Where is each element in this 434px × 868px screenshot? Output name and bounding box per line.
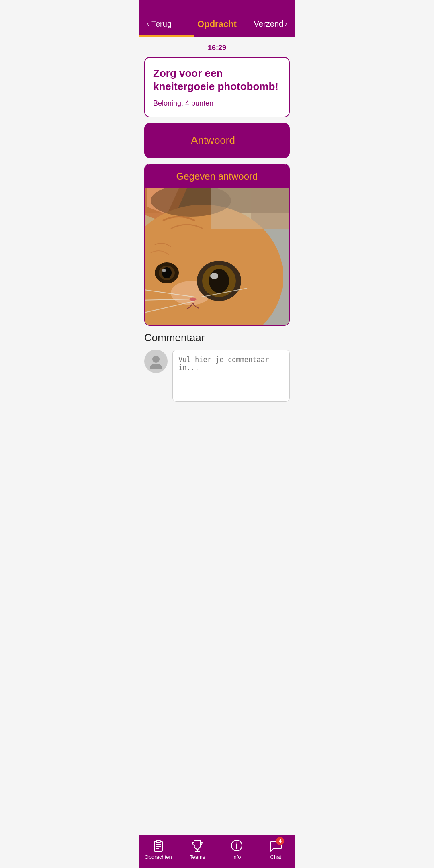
nav-item-chat[interactable]: 4 Chat — [256, 839, 296, 860]
send-button[interactable]: Verzend › — [254, 19, 287, 29]
comment-label: Commentaar — [144, 332, 290, 344]
back-button[interactable]: ‹ Terug — [147, 19, 172, 29]
svg-rect-28 — [156, 840, 160, 843]
given-answer-section: Gegeven antwoord — [144, 164, 290, 326]
answer-button-label: Antwoord — [191, 134, 235, 147]
svg-rect-24 — [211, 188, 289, 229]
svg-point-25 — [152, 356, 160, 363]
svg-point-26 — [150, 364, 162, 369]
svg-point-36 — [236, 843, 237, 844]
main-content: 16:29 Zorg voor een kneitergoeie photobo… — [139, 37, 295, 868]
given-answer-header: Gegeven antwoord — [145, 164, 289, 188]
svg-point-17 — [162, 269, 166, 272]
task-reward: Beloning: 4 punten — [153, 99, 281, 108]
task-card: Zorg voor een kneitergoeie photobomb! Be… — [144, 57, 290, 117]
answer-button[interactable]: Antwoord — [144, 123, 290, 158]
back-label: Terug — [151, 19, 172, 29]
nav-label-chat: Chat — [270, 854, 281, 860]
page-title: Opdracht — [197, 19, 237, 29]
chevron-left-icon: ‹ — [147, 20, 149, 28]
app-header: ‹ Terug Opdracht Verzend › — [139, 0, 295, 35]
svg-point-12 — [209, 269, 229, 293]
comment-input-row — [144, 350, 290, 402]
svg-point-13 — [210, 273, 218, 279]
nav-label-teams: Teams — [190, 854, 205, 860]
info-icon — [230, 839, 244, 852]
comment-input[interactable] — [172, 350, 290, 402]
nav-label-opdrachten: Opdrachten — [145, 854, 172, 860]
trophy-icon — [190, 839, 204, 852]
answer-image — [145, 188, 289, 325]
chevron-right-icon: › — [285, 20, 287, 28]
chat-badge: 4 — [276, 837, 284, 845]
bottom-nav: Opdrachten Teams Info — [139, 835, 295, 868]
comment-section: Commentaar — [144, 332, 290, 402]
clipboard-icon — [151, 839, 165, 852]
nav-item-teams[interactable]: Teams — [178, 839, 217, 860]
avatar — [144, 350, 168, 373]
chat-icon: 4 — [269, 839, 283, 852]
nav-item-info[interactable]: Info — [217, 839, 256, 860]
timestamp: 16:29 — [139, 37, 295, 57]
send-label: Verzend — [254, 19, 283, 29]
nav-item-opdrachten[interactable]: Opdrachten — [139, 839, 178, 860]
nav-label-info: Info — [232, 854, 241, 860]
task-title: Zorg voor een kneitergoeie photobomb! — [153, 67, 281, 93]
